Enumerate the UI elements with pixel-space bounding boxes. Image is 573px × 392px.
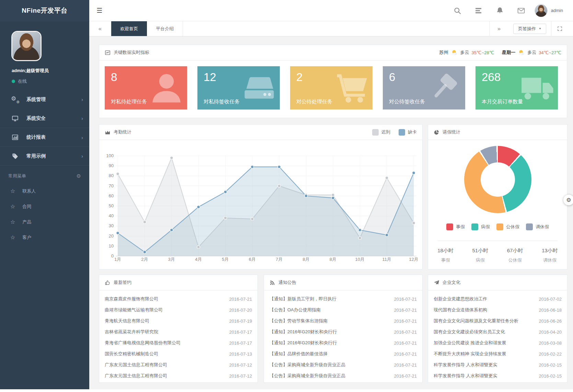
chevron-right-icon: › [81, 153, 83, 159]
legend-label: 迟到 [381, 129, 390, 135]
list-item-title: 曲靖市绿能燃气运输有限公司 [105, 307, 225, 313]
list-item-date: 2016-07-20 [229, 308, 252, 313]
list-item-date: 2016-02-15 [539, 362, 562, 368]
sidebar-item-3[interactable]: 常用示例› [0, 147, 89, 165]
list-item[interactable]: 曲靖市绿能燃气运输有限公司2016-07-20 [105, 304, 252, 315]
attendance-title: 考勤统计 [114, 129, 131, 135]
admin-menu-label[interactable]: admin [551, 8, 563, 13]
svg-text:60: 60 [109, 193, 114, 198]
panel-leave-stats: 请假统计 事假病假公休假调休假 18小时事假51小时病假67小时公休假13小时调… [428, 124, 568, 269]
tag-icon [12, 153, 20, 160]
list-item[interactable]: 科学发展作指导 人水和谐暨更实2016-02-15 [434, 370, 562, 381]
pie-chart-icon [434, 129, 439, 135]
chevron-right-icon: › [81, 96, 83, 102]
task-list-icon[interactable] [474, 7, 483, 15]
panel-corporate-culture: 企业文化 创新企业党建思想政治工作2016-07-02现代国有企业道德体系初构2… [428, 275, 568, 383]
svg-text:3月: 3月 [168, 257, 175, 262]
topbar-avatar[interactable] [535, 4, 548, 17]
list-item[interactable]: 【通知】品牌价值的最佳选择2016-07-21 [270, 348, 417, 359]
svg-text:8月: 8月 [302, 257, 309, 262]
leave-legend-item-调休假[interactable]: 调休假 [526, 223, 549, 230]
svg-text:10月: 10月 [355, 257, 365, 262]
quick-menu-gear-icon[interactable]: ⚙ [77, 173, 81, 179]
list-item-date: 2016-07-21 [394, 351, 417, 357]
quick-item-2[interactable]: ☆产品 [0, 214, 89, 230]
list-item[interactable]: 不断提升大庆精神 实现企业持续发展2016-02-22 [434, 348, 562, 359]
list-item-date: 2016-07-12 [229, 373, 252, 379]
gavel-icon [427, 69, 462, 107]
legend-item-缺卡[interactable]: 缺卡 [399, 129, 417, 136]
leave-legend-item-事假[interactable]: 事假 [446, 223, 465, 230]
list-item[interactable]: 【公告】采购商城全新升级自营业正品2016-07-21 [270, 359, 417, 370]
tab-platform-intro[interactable]: 平台介绍 [147, 21, 183, 36]
indicators-header: 关键数据实时指标 苏州 多云 35℃~28℃ 星期一 多云 34℃~27℃ [99, 45, 567, 60]
app-logo: NFine开发平台 [0, 0, 89, 21]
tabs-scroll-left-button[interactable]: « [89, 21, 111, 36]
list-item[interactable]: 现代国有企业道德体系初构2016-06-18 [434, 304, 562, 315]
envelope-icon[interactable] [517, 7, 525, 15]
quick-item-0[interactable]: ☆联系人 [0, 183, 89, 199]
announcements-header: 通知公告 [264, 275, 422, 290]
legend-label: 病假 [481, 224, 490, 230]
svg-text:20: 20 [109, 233, 114, 239]
sidebar-item-1[interactable]: 系统安全› [0, 109, 89, 128]
leave-legend-item-病假[interactable]: 病假 [471, 223, 490, 230]
svg-text:10: 10 [109, 243, 114, 249]
bell-icon[interactable] [496, 7, 504, 15]
online-label: 在线 [18, 78, 27, 84]
list-item[interactable]: 广东友元国土信息工程有限公司2016-07-12 [105, 370, 252, 381]
list-item-title: 【通知】2016年G20财长和央行行 [270, 340, 390, 346]
list-item[interactable]: 创新企业党建思想政治工作2016-07-02 [434, 293, 562, 304]
list-item-date: 2016-06-26 [539, 319, 562, 324]
tab-welcome-home[interactable]: 欢迎首页 [111, 21, 147, 36]
weather-city: 苏州 [439, 49, 448, 56]
latest-contracts-list: 南京森鹿皮件服饰有限公司2016-07-21曲靖市绿能燃气运输有限公司2016-… [99, 290, 257, 381]
list-item-date: 2016-02-15 [539, 373, 562, 379]
tabs-scroll-right-button[interactable]: » [489, 21, 508, 36]
list-item[interactable]: 广东友元国土信息工程有限公司2016-07-12 [105, 359, 252, 370]
list-item[interactable]: 科学发展作指导 人水和谐暨更实2016-02-15 [434, 359, 562, 370]
quick-item-label: 产品 [22, 219, 31, 225]
announcements-list: 【通知】新版员工守则，即日执行2016-07-21【公告】OA办公使用指南201… [264, 290, 422, 381]
list-item[interactable]: 青海航天信息有限公司2016-07-19 [105, 315, 252, 326]
list-item-title: 创新企业党建思想政治工作 [434, 296, 535, 302]
list-item[interactable]: 【公告】劳动节集体出游指南2016-07-21 [270, 315, 417, 326]
list-item[interactable]: 加强企业公民建设 推进企业和谐发展2016-03-08 [434, 337, 562, 348]
leave-legend-item-公休假[interactable]: 公休假 [496, 223, 519, 230]
search-icon[interactable] [453, 7, 461, 15]
list-item[interactable]: 【公告】OA办公使用指南2016-07-21 [270, 304, 417, 315]
list-item[interactable]: 【通知】新版员工守则，即日执行2016-07-21 [270, 293, 417, 304]
tab-operations-button[interactable]: 页签操作 ▼ [513, 24, 546, 34]
stat-card-3: 6对公待签收任务 [383, 66, 465, 109]
hamburger-menu-icon[interactable]: ☰ [96, 7, 102, 14]
sidebar-item-0[interactable]: ⚙⚙系统管理› [0, 90, 89, 109]
list-item-date: 2016-02-22 [539, 351, 562, 357]
list-item[interactable]: 【通知】2016年G20财长和央行行2016-07-21 [270, 337, 417, 348]
list-item[interactable]: 国营长空精密机械制造公司2016-07-13 [105, 348, 252, 359]
list-item[interactable]: 南京森鹿皮件服饰有限公司2016-07-21 [105, 293, 252, 304]
svg-text:4月: 4月 [195, 257, 202, 262]
sidebar-item-2[interactable]: 统计报表› [0, 128, 89, 147]
attendance-header: 考勤统计 迟到缺卡 [99, 125, 422, 140]
quick-item-3[interactable]: ☆客户 [0, 230, 89, 245]
announcements-title: 通知公告 [278, 279, 296, 286]
list-item[interactable]: 青海省广播电视信息网络股份有限公司2016-07-17 [105, 337, 252, 348]
list-item[interactable]: 吉林省蔬菜花卉科学研究院2016-07-17 [105, 326, 252, 337]
legend-item-迟到[interactable]: 迟到 [372, 129, 390, 136]
fullscreen-icon[interactable] [551, 21, 568, 36]
tabbar: « 欢迎首页 平台介绍 » 页签操作 ▼ [89, 21, 573, 36]
theme-settings-gear-icon[interactable]: ⚙ [563, 195, 573, 205]
list-item-title: 【公告】劳动节集体出游指南 [270, 318, 390, 324]
list-item[interactable]: 国有企业文化问题根源及文化重塑任务分析2016-06-26 [434, 315, 562, 326]
list-item[interactable]: 【公告】采购商城全新升级自营业正品2016-07-21 [270, 370, 417, 381]
list-item[interactable]: 国有企业文化建设必须突出员工文化2016-04-20 [434, 326, 562, 337]
svg-text:6月: 6月 [249, 257, 256, 262]
list-item-title: 现代国有企业道德体系初构 [434, 307, 535, 313]
stat-card-2: 2对公待处理任务 [290, 66, 373, 109]
legend-label: 公休假 [506, 224, 519, 230]
list-item-title: 加强企业公民建设 推进企业和谐发展 [434, 340, 535, 346]
list-item-title: 科学发展作指导 人水和谐暨更实 [434, 362, 535, 368]
list-item[interactable]: 【通知】2016年G20财长和央行行2016-07-21 [270, 326, 417, 337]
user-icon [149, 69, 184, 107]
quick-item-1[interactable]: ☆合同 [0, 199, 89, 214]
